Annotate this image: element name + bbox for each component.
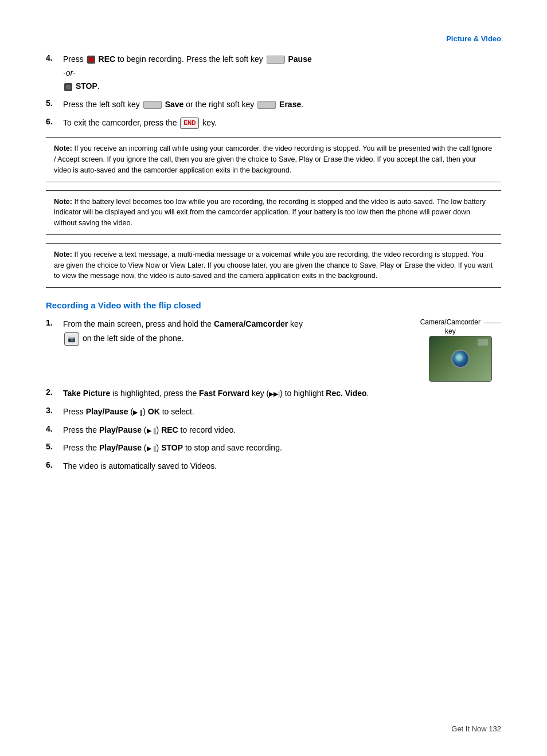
play-pause-label: Play/Pause: [86, 407, 128, 416]
stop-label: STOP: [76, 81, 97, 91]
camera-connector: [484, 318, 501, 323]
rec-icon: [87, 56, 95, 64]
note-label: Note:: [54, 250, 72, 258]
list-item: 1. From the main screen, press and hold …: [46, 318, 501, 382]
soft-key-icon: [267, 56, 285, 64]
list-item: 6. The video is automatically saved to V…: [46, 460, 501, 473]
camera-key-icon-box: 📷: [64, 332, 79, 346]
camera-label-image: Camera/Camcorderkey: [420, 318, 501, 336]
section2-steps-list: 1. From the main screen, press and hold …: [46, 318, 501, 473]
ok-label: OK: [148, 407, 160, 416]
fast-forward-label: Fast Forward: [199, 389, 249, 398]
section-title: Picture & Video: [46, 34, 501, 43]
play-pause-icon: ▶ ‖: [133, 409, 143, 416]
step-num: 4.: [46, 53, 63, 62]
rec-label: REC: [99, 54, 116, 64]
steps-top-list: 4. Press REC to begin recording. Press t…: [46, 53, 501, 129]
camera-key-label: Camera/Camcorder: [214, 319, 288, 328]
step-num: 6.: [46, 117, 63, 126]
rec-label2: REC: [161, 425, 178, 434]
left-soft-key-icon: [143, 101, 162, 109]
step-content: To exit the camcorder, press the END key…: [63, 117, 501, 130]
note-text: If you receive an incoming call while us…: [54, 144, 492, 174]
step-num: 6.: [46, 460, 63, 469]
play-pause-label3: Play/Pause: [99, 443, 142, 452]
step-content: Press Play/Pause (▶ ‖) OK to select.: [63, 406, 501, 418]
play-pause-icon3: ▶ ‖: [147, 445, 157, 452]
note-text: If you receive a text message, a multi-m…: [54, 250, 493, 280]
step-content: Press the left soft key Save or the righ…: [63, 99, 501, 111]
list-item: 2. Take Picture is highlighted, press th…: [46, 387, 501, 400]
note-box-2: Note: If the battery level becomes too l…: [46, 190, 501, 235]
step-num: 5.: [46, 442, 63, 451]
step-num: 1.: [46, 318, 63, 327]
list-item: 5. Press the Play/Pause (▶ ‖) STOP to st…: [46, 442, 501, 455]
rec-video-label: Rec. Video: [326, 389, 366, 398]
list-item: 4. Press the Play/Pause (▶ ‖) REC to rec…: [46, 424, 501, 437]
list-item: 6. To exit the camcorder, press the END …: [46, 117, 501, 130]
step1-row: From the main screen, press and hold the…: [63, 318, 501, 382]
right-soft-key-icon: [257, 101, 276, 109]
pause-label: Pause: [288, 54, 312, 64]
camera-lens: [451, 350, 470, 368]
camera-top-detail: [478, 339, 488, 346]
connector-line: [484, 323, 501, 323]
stop-label2: STOP: [161, 443, 183, 452]
step-content: Take Picture is highlighted, press the F…: [63, 387, 501, 400]
camera-image: [429, 336, 492, 382]
note-box-3: Note: If you receive a text message, a m…: [46, 243, 501, 288]
note-box-1: Note: If you receive an incoming call wh…: [46, 137, 501, 182]
erase-label: Erase: [279, 100, 301, 109]
camera-key-caption: Camera/Camcorderkey: [420, 318, 480, 336]
note-label: Note:: [54, 144, 72, 152]
step-content: The video is automatically saved to Vide…: [63, 460, 501, 473]
play-pause-icon2: ▶ ‖: [147, 427, 157, 434]
page-footer: Get It Now 132: [451, 724, 501, 733]
list-item: 3. Press Play/Pause (▶ ‖) OK to select.: [46, 406, 501, 418]
step-num: 3.: [46, 406, 63, 415]
section-heading: Recording a Video with the flip closed: [46, 300, 501, 310]
ff-key-icon: ▶▶|: [269, 390, 280, 397]
play-pause-label2: Play/Pause: [99, 425, 142, 434]
camera-image-area: Camera/Camcorderkey: [420, 318, 501, 382]
note-text: If the battery level becomes too low whi…: [54, 198, 486, 228]
or-text: -or-: [63, 67, 501, 80]
step-content: Press the Play/Pause (▶ ‖) STOP to stop …: [63, 442, 501, 455]
step-num: 4.: [46, 424, 63, 433]
end-key-icon: END: [180, 117, 199, 129]
step-content: From the main screen, press and hold the…: [63, 318, 501, 382]
page: Picture & Video 4. Press REC to begin re…: [0, 0, 547, 513]
list-item: 4. Press REC to begin recording. Press t…: [46, 53, 501, 93]
step-num: 5.: [46, 99, 63, 108]
save-label: Save: [165, 100, 184, 109]
step-content: Press REC to begin recording. Press the …: [63, 53, 501, 93]
note-label: Note:: [54, 198, 72, 206]
step-content: Press the Play/Pause (▶ ‖) REC to record…: [63, 424, 501, 437]
list-item: 5. Press the left soft key Save or the r…: [46, 99, 501, 111]
step1-text: From the main screen, press and hold the…: [63, 318, 409, 347]
take-picture-label: Take Picture: [63, 389, 110, 398]
stop-icon: [64, 83, 72, 91]
step-num: 2.: [46, 387, 63, 397]
